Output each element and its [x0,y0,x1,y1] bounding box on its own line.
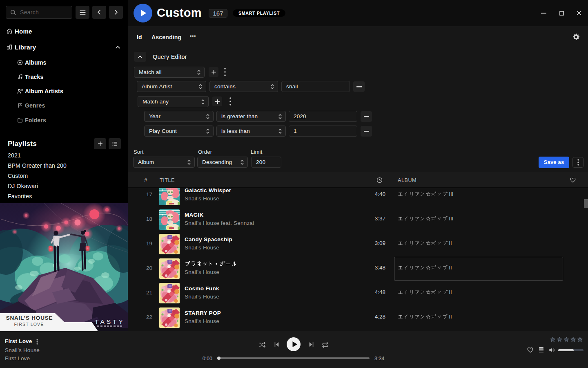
svg-text:FIRST LOVE: FIRST LOVE [14,322,44,327]
svg-text:TASTY: TASTY [95,318,125,325]
svg-text:SNAIL’S HOUSE: SNAIL’S HOUSE [6,315,53,321]
